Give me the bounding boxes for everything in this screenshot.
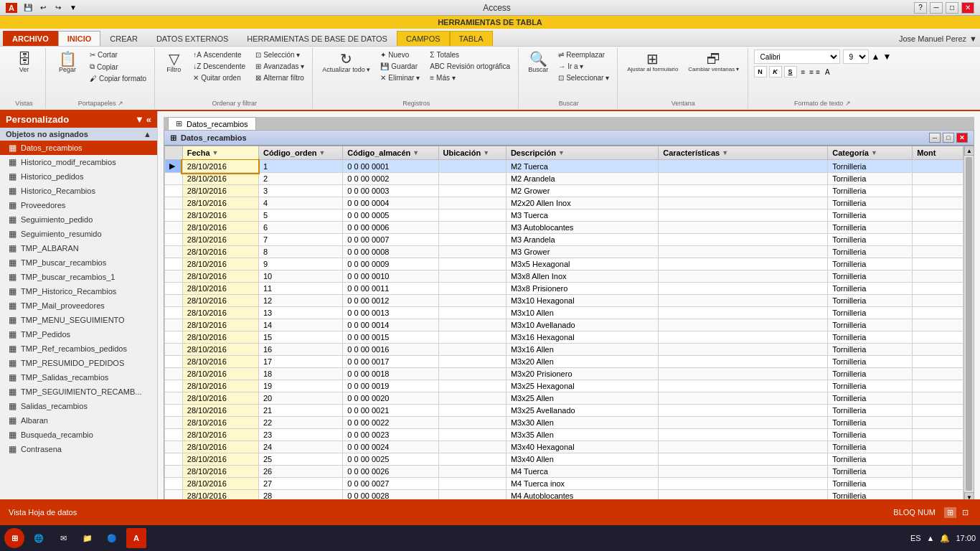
sidebar-item-15[interactable]: ▦TMP_RESUMIDO_PEDIDOS [0, 356, 157, 370]
btn-pegar[interactable]: 📋 Pegar [52, 50, 83, 75]
codigo-sort-icon[interactable]: ▼ [319, 149, 326, 156]
sidebar-options-btn[interactable]: ▼ [135, 114, 144, 125]
tab-tabla[interactable]: TABLA [450, 31, 493, 46]
th-codigo-orden[interactable]: Código_orden▼ [258, 146, 342, 160]
table-row[interactable]: 28/10/2016120 0 00 0012M3x10 HexagonalTo… [165, 295, 963, 307]
th-categoria[interactable]: Categoría▼ [828, 146, 913, 160]
table-tab[interactable]: ⊞ Datos_recambios [168, 117, 256, 130]
minimize-btn[interactable]: ─ [930, 2, 943, 14]
caract-sort-icon[interactable]: ▼ [722, 149, 728, 156]
scroll-down-btn[interactable]: ▼ [964, 492, 974, 499]
table-row[interactable]: 28/10/2016230 0 00 0023M3x35 AllenTornil… [165, 429, 963, 441]
taskbar-ie-btn[interactable]: 🌐 [29, 528, 49, 548]
sidebar-collapse-btn[interactable]: « [146, 114, 151, 125]
btn-nuevo[interactable]: ✦ Nuevo [377, 50, 423, 60]
sidebar-section-header[interactable]: Objetos no asignados ▲ [0, 128, 157, 141]
btn-seleccionar[interactable]: ⊡ Seleccionar ▾ [555, 72, 613, 83]
sidebar-item-10[interactable]: ▦TMP_Historico_Recambios [0, 284, 157, 298]
th-fecha[interactable]: Fecha▼ [182, 146, 258, 160]
taskbar-access-btn[interactable]: A [126, 528, 146, 548]
increase-size-btn[interactable]: ▲ [872, 52, 880, 62]
underline-btn[interactable]: S [784, 66, 797, 77]
table-row[interactable]: 28/10/201660 0 00 0006M3 AutoblocantesTo… [165, 222, 963, 234]
tab-inicio[interactable]: INICIO [58, 31, 101, 46]
sidebar-item-19[interactable]: ▦Albaran [0, 413, 157, 428]
th-codigo-almacen[interactable]: Código_almacén▼ [343, 146, 438, 160]
btn-alternar-filtro[interactable]: ⊠ Alternar filtro [252, 72, 308, 83]
table-row[interactable]: 28/10/2016130 0 00 0013M3x10 AllenTornil… [165, 307, 963, 319]
sidebar-item-5[interactable]: ▦Seguimiento_pedido [0, 212, 157, 227]
sidebar-item-14[interactable]: ▦TMP_Ref_recambios_pedidos [0, 342, 157, 356]
table-row[interactable]: 28/10/2016180 0 00 0018M3x20 PrisioneroT… [165, 368, 963, 380]
table-row[interactable]: 28/10/2016240 0 00 0024M3x40 HexagonalTo… [165, 441, 963, 453]
desc-sort-icon[interactable]: ▼ [558, 149, 565, 156]
save-quick-btn[interactable]: 💾 [22, 1, 34, 14]
table-row[interactable]: ▶28/10/201610 0 00 0001M2 TuercaTornille… [165, 160, 963, 173]
almacen-sort-icon[interactable]: ▼ [413, 149, 419, 156]
table-row[interactable]: 28/10/201690 0 00 0009M3x5 HexagonalTorn… [165, 258, 963, 270]
taskbar-browser-btn[interactable]: 🔵 [102, 528, 122, 548]
btn-cambiar-ventanas[interactable]: 🗗 Cambiar ventanas ▾ [684, 50, 743, 75]
tab-datos-externos[interactable]: DATOS EXTERNOS [147, 31, 237, 46]
table-row[interactable]: 28/10/2016200 0 00 0020M3x25 AllenTornil… [165, 392, 963, 405]
sidebar-item-17[interactable]: ▦TMP_SEGUIMIENTO_RECAMB... [0, 385, 157, 399]
btn-descendente[interactable]: ↓Z Descendente [189, 61, 249, 72]
user-chevron[interactable]: ▼ [969, 34, 977, 43]
th-descripcion[interactable]: Descripción▼ [506, 146, 658, 160]
btn-copiar-formato[interactable]: 🖌 Copiar formato [86, 73, 150, 84]
sidebar-item-18[interactable]: ▦Salidas_recambios [0, 399, 157, 413]
btn-avanzadas[interactable]: ⊞ Avanzadas ▾ [252, 61, 308, 72]
btn-actualizar[interactable]: ↻ Actualizar todo ▾ [319, 50, 374, 75]
up-arrow[interactable]: ▲ [927, 534, 935, 542]
btn-copiar[interactable]: ⧉ Copiar [86, 61, 150, 72]
btn-cortar[interactable]: ✂ Cortar [86, 50, 150, 60]
taskbar-file-btn[interactable]: 📁 [77, 528, 98, 548]
cat-sort-icon[interactable]: ▼ [871, 149, 877, 156]
table-maximize-btn[interactable]: □ [943, 133, 954, 143]
decrease-size-btn[interactable]: ▼ [882, 52, 891, 62]
sidebar-item-7[interactable]: ▦TMP_ALBARAN [0, 241, 157, 255]
table-row[interactable]: 28/10/2016270 0 00 0027M4 Tuerca inoxTor… [165, 478, 963, 490]
table-row[interactable]: 28/10/2016140 0 00 0014M3x10 AvellanadoT… [165, 319, 963, 331]
tab-campos[interactable]: CAMPOS [397, 31, 450, 46]
scroll-up-btn[interactable]: ▲ [964, 146, 974, 156]
font-selector[interactable]: Calibri [754, 50, 840, 64]
sidebar-item-6[interactable]: ▦Seguimiento_resumido [0, 227, 157, 241]
sidebar-item-4[interactable]: ▦Proveedores [0, 198, 157, 212]
sidebar-item-0[interactable]: ▦Datos_recambios [0, 141, 157, 155]
table-row[interactable]: 28/10/201640 0 00 0004M2x20 Allen InoxTo… [165, 197, 963, 209]
table-close-btn[interactable]: ✕ [956, 133, 968, 143]
sidebar-item-12[interactable]: ▦TMP_MENU_SEGUIMIENTO [0, 313, 157, 327]
table-row[interactable]: 28/10/201680 0 00 0008M3 GrowerTorniller… [165, 246, 963, 258]
sidebar-item-21[interactable]: ▦Contrasena [0, 442, 157, 456]
btn-ir-a[interactable]: → Ir a ▾ [555, 61, 613, 72]
data-table-scroll[interactable]: Fecha▼ Código_orden▼ Código_almacén▼ [164, 146, 963, 499]
btn-ascendente[interactable]: ↑A Ascendente [189, 50, 249, 60]
btn-reemplazar[interactable]: ⇌ Reemplazar [555, 50, 613, 60]
tab-archivo[interactable]: ARCHIVO [3, 31, 58, 46]
scroll-thumb[interactable] [966, 157, 972, 491]
help-btn[interactable]: ? [914, 2, 927, 14]
table-row[interactable]: 28/10/2016250 0 00 0025M3x40 AllenTornil… [165, 453, 963, 466]
table-minimize-btn[interactable]: ─ [929, 133, 941, 143]
datasheet-view-icon[interactable]: ⊞ [944, 507, 956, 518]
sidebar-item-8[interactable]: ▦TMP_buscar_recambios [0, 255, 157, 270]
table-row[interactable]: 28/10/2016160 0 00 0016M3x16 AllenTornil… [165, 344, 963, 356]
center-align[interactable]: ≡ [809, 68, 814, 76]
undo-btn[interactable]: ↩ [37, 1, 50, 14]
th-ubicacion[interactable]: Ubicación▼ [438, 146, 506, 160]
pivot-view-icon[interactable]: ⊡ [959, 507, 971, 518]
btn-quitar-orden[interactable]: ✕ Quitar orden [189, 72, 249, 83]
btn-totales[interactable]: Σ Totales [426, 50, 514, 60]
btn-mas[interactable]: ≡ Más ▾ [426, 72, 514, 83]
sidebar-item-3[interactable]: ▦Historico_Recambios [0, 184, 157, 198]
bold-btn[interactable]: N [754, 66, 767, 77]
table-row[interactable]: 28/10/201620 0 00 0002M2 ArandelaTornill… [165, 173, 963, 185]
customize-btn[interactable]: ▼ [67, 1, 80, 14]
table-row[interactable]: 28/10/2016170 0 00 0017M3x20 AllenTornil… [165, 356, 963, 368]
maximize-btn[interactable]: □ [946, 2, 958, 14]
left-align[interactable]: ≡ [801, 68, 806, 76]
taskbar-mail-btn[interactable]: ✉ [53, 528, 73, 548]
table-row[interactable]: 28/10/2016190 0 00 0019M3x25 HexagonalTo… [165, 380, 963, 392]
tab-crear[interactable]: CREAR [100, 31, 147, 46]
